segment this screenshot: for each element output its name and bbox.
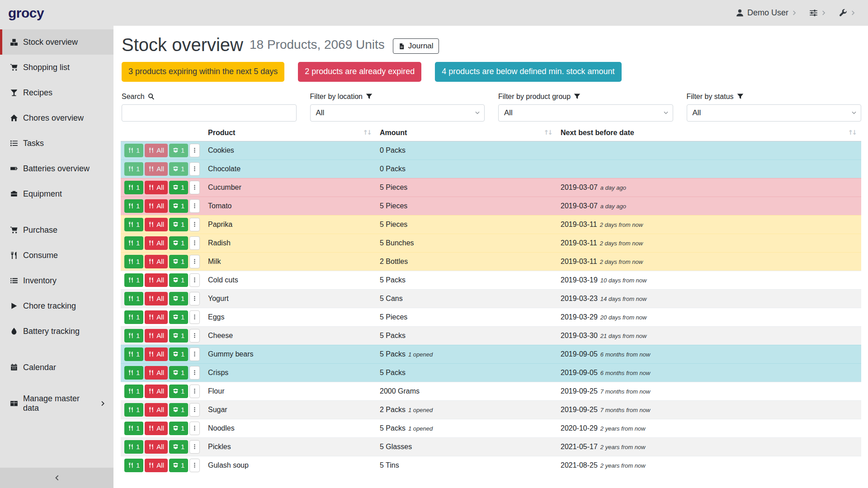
consume-all-button[interactable]: All [145,199,168,213]
open-one-button[interactable]: 1 [169,329,188,343]
sidebar-item-battery-tracking[interactable]: Battery tracking [0,319,113,344]
row-more-button[interactable] [189,440,200,454]
open-one-button[interactable]: 1 [169,273,188,287]
open-one-button[interactable]: 1 [169,385,188,398]
consume-one-button[interactable]: 1 [124,347,143,361]
consume-all-button[interactable]: All [145,236,168,250]
consume-all-button[interactable]: All [145,329,168,343]
row-more-button[interactable] [189,199,200,213]
row-more-button[interactable] [189,144,200,157]
open-one-button[interactable]: 1 [169,236,188,250]
product-group-filter-select[interactable]: All [498,104,673,122]
consume-all-button[interactable]: All [145,385,168,398]
consume-one-button[interactable]: 1 [124,385,143,398]
consume-one-button[interactable]: 1 [124,422,143,435]
column-header-amount[interactable]: Amount↑↓ [376,125,557,141]
consume-one-button[interactable]: 1 [124,236,143,250]
user-menu[interactable]: Demo User [732,8,801,18]
sidebar-item-calendar[interactable]: Calendar [0,355,113,380]
sidebar-item-purchase[interactable]: Purchase [0,217,113,243]
row-more-button[interactable] [189,385,200,398]
sort-icon[interactable]: ↑↓ [848,129,858,136]
open-one-button[interactable]: 1 [169,347,188,361]
consume-all-button[interactable]: All [145,255,168,268]
search-input[interactable] [122,104,297,122]
consume-one-button[interactable]: 1 [124,366,143,380]
app-logo[interactable]: grocy [8,5,44,21]
consume-all-button[interactable]: All [145,347,168,361]
sidebar-item-equipment[interactable]: Equipment [0,181,113,206]
row-more-button[interactable] [189,273,200,287]
open-one-button[interactable]: 1 [169,310,188,324]
open-one-button[interactable]: 1 [169,292,188,305]
status-badge-2[interactable]: 4 products are below defined min. stock … [435,62,621,82]
consume-one-button[interactable]: 1 [124,440,143,454]
status-badge-0[interactable]: 3 products expiring within the next 5 da… [122,62,284,82]
consume-all-button[interactable]: All [145,292,168,305]
row-more-button[interactable] [189,236,200,250]
consume-all-button[interactable]: All [145,162,168,176]
consume-one-button[interactable]: 1 [124,310,143,324]
consume-all-button[interactable]: All [145,181,168,194]
row-more-button[interactable] [189,292,200,305]
consume-one-button[interactable]: 1 [124,273,143,287]
row-more-button[interactable] [189,347,200,361]
row-more-button[interactable] [189,422,200,435]
consume-all-button[interactable]: All [145,403,168,417]
open-one-button[interactable]: 1 [169,403,188,417]
sidebar-collapse-button[interactable] [0,468,113,488]
consume-one-button[interactable]: 1 [124,329,143,343]
consume-one-button[interactable]: 1 [124,218,143,231]
row-more-button[interactable] [189,310,200,324]
row-more-button[interactable] [189,255,200,268]
sidebar-item-chores-overview[interactable]: Chores overview [0,105,113,131]
open-one-button[interactable]: 1 [169,199,188,213]
sidebar-item-chore-tracking[interactable]: Chore tracking [0,293,113,319]
open-one-button[interactable]: 1 [169,366,188,380]
consume-one-button[interactable]: 1 [124,255,143,268]
open-one-button[interactable]: 1 [169,440,188,454]
consume-one-button[interactable]: 1 [124,199,143,213]
consume-one-button[interactable]: 1 [124,459,143,472]
sidebar-item-recipes[interactable]: Recipes [0,80,113,105]
consume-one-button[interactable]: 1 [124,403,143,417]
consume-one-button[interactable]: 1 [124,162,143,176]
options-menu[interactable] [806,9,830,17]
consume-all-button[interactable]: All [145,440,168,454]
open-one-button[interactable]: 1 [169,459,188,472]
status-badge-1[interactable]: 2 products are already expired [298,62,421,82]
open-one-button[interactable]: 1 [169,181,188,194]
row-more-button[interactable] [189,329,200,343]
open-one-button[interactable]: 1 [169,422,188,435]
column-header-product[interactable]: Product↑↓ [204,125,376,141]
sidebar-item-inventory[interactable]: Inventory [0,268,113,293]
consume-all-button[interactable]: All [145,310,168,324]
row-more-button[interactable] [189,403,200,417]
open-one-button[interactable]: 1 [169,255,188,268]
row-more-button[interactable] [189,181,200,194]
sidebar-item-batteries-overview[interactable]: Batteries overview [0,156,113,181]
consume-all-button[interactable]: All [145,422,168,435]
row-more-button[interactable] [189,366,200,380]
consume-one-button[interactable]: 1 [124,181,143,194]
consume-all-button[interactable]: All [145,459,168,472]
column-header-next-best-before-date[interactable]: Next best before date↑↓ [557,125,861,141]
sidebar-item-tasks[interactable]: Tasks [0,131,113,156]
row-more-button[interactable] [189,218,200,231]
open-one-button[interactable]: 1 [169,162,188,176]
sort-icon[interactable]: ↑↓ [544,129,553,136]
consume-all-button[interactable]: All [145,366,168,380]
row-more-button[interactable] [189,162,200,176]
open-one-button[interactable]: 1 [169,218,188,231]
sidebar-item-stock-overview[interactable]: Stock overview [0,29,113,55]
consume-one-button[interactable]: 1 [124,292,143,305]
sidebar-item-consume[interactable]: Consume [0,243,113,268]
row-more-button[interactable] [189,459,200,472]
consume-all-button[interactable]: All [145,273,168,287]
sort-icon[interactable]: ↑↓ [363,129,373,136]
status-filter-select[interactable]: All [687,104,862,122]
sidebar-item-shopping-list[interactable]: Shopping list [0,55,113,80]
sidebar-item-manage-master-data[interactable]: Manage master data [0,391,113,416]
journal-button[interactable]: Journal [393,38,439,54]
location-filter-select[interactable]: All [310,104,485,122]
